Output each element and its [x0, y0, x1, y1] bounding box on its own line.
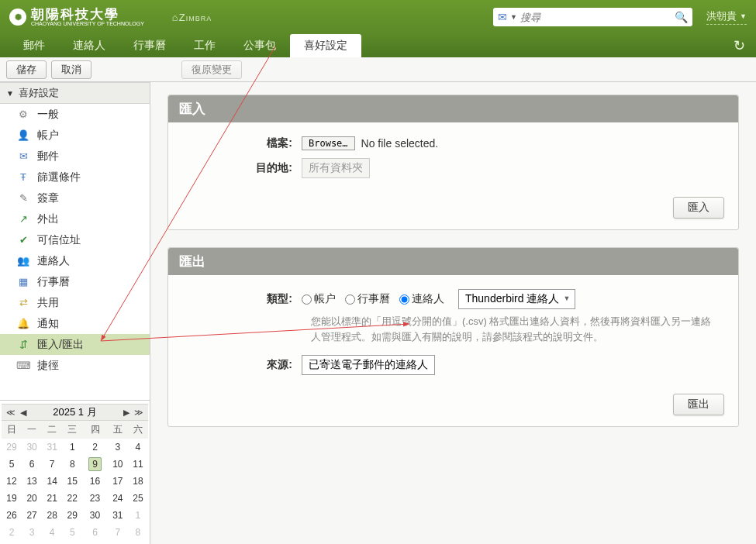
calendar-day[interactable]: 18 [128, 473, 148, 490]
calendar-day[interactable]: 26 [2, 507, 22, 524]
calendar-day[interactable]: 4 [42, 524, 62, 541]
logo-icon: ✺ [9, 9, 26, 26]
calendar-day[interactable]: 11 [128, 456, 148, 473]
calendar-day[interactable]: 31 [42, 439, 62, 456]
calendar-day[interactable]: 7 [108, 524, 128, 541]
calendar-day[interactable]: 29 [62, 507, 82, 524]
calendar-day[interactable]: 31 [108, 507, 128, 524]
cal-prev-year-icon[interactable]: ≪ [6, 408, 16, 418]
sidebar-icon: ⇄ [17, 297, 29, 309]
sidebar-item-1[interactable]: 👤帳户 [0, 125, 150, 146]
file-label: 檔案: [187, 136, 302, 150]
cal-next-year-icon[interactable]: ≫ [134, 408, 143, 418]
calendar-day[interactable]: 14 [42, 473, 62, 490]
mail-filter-icon[interactable]: ✉ [498, 11, 507, 23]
calendar-day[interactable]: 3 [108, 439, 128, 456]
sidebar-item-label: 篩選條件 [37, 170, 81, 184]
dow-header: 日 [2, 421, 22, 439]
sidebar-item-8[interactable]: ▦行事曆 [0, 271, 150, 292]
calendar-day[interactable]: 21 [42, 490, 62, 507]
calendar-day[interactable]: 19 [2, 490, 22, 507]
sidebar-item-11[interactable]: ⇵匯入/匯出 [0, 334, 150, 355]
import-button[interactable]: 匯入 [673, 197, 724, 219]
cancel-button[interactable]: 取消 [51, 60, 91, 79]
calendar-day[interactable]: 5 [62, 524, 82, 541]
calendar-day[interactable]: 7 [42, 456, 62, 473]
export-panel: 匯出 類型: 帳户 行事曆 連絡人 Thunderbird 連絡人 您能以標準的… [167, 247, 739, 427]
calendar-day[interactable]: 20 [22, 490, 42, 507]
sidebar-item-12[interactable]: ⌨捷徑 [0, 355, 150, 376]
calendar-day[interactable]: 8 [128, 524, 148, 541]
calendar-day[interactable]: 15 [62, 473, 82, 490]
tab-tasks[interactable]: 工作 [180, 34, 230, 57]
calendar-day[interactable]: 27 [22, 507, 42, 524]
sidebar-item-0[interactable]: ⚙一般 [0, 104, 150, 125]
sidebar-icon: ⇵ [17, 339, 29, 351]
sidebar-item-3[interactable]: Ŧ篩選條件 [0, 167, 150, 188]
calendar-day[interactable]: 6 [82, 524, 108, 541]
source-value[interactable]: 已寄送電子郵件的連絡人 [302, 355, 435, 375]
calendar-title[interactable]: 2025 1 月 [53, 405, 96, 419]
tab-mail[interactable]: 郵件 [9, 34, 59, 57]
cal-prev-month-icon[interactable]: ◀ [20, 408, 26, 418]
save-button[interactable]: 儲存 [6, 60, 47, 79]
revert-button[interactable]: 復原變更 [181, 60, 242, 79]
radio-calendar[interactable]: 行事曆 [345, 292, 390, 306]
sidebar-icon: ✎ [17, 192, 29, 205]
calendar-day[interactable]: 16 [82, 473, 108, 490]
radio-contacts[interactable]: 連絡人 [399, 292, 444, 306]
filter-caret-icon[interactable]: ▼ [510, 13, 517, 21]
calendar-day[interactable]: 22 [62, 490, 82, 507]
calendar-day[interactable]: 29 [2, 439, 22, 456]
sidebar-item-9[interactable]: ⇄共用 [0, 292, 150, 313]
calendar-day[interactable]: 30 [22, 439, 42, 456]
refresh-icon[interactable]: ↻ [734, 37, 745, 54]
calendar-day[interactable]: 13 [22, 473, 42, 490]
sidebar-item-7[interactable]: 👥連絡人 [0, 250, 150, 271]
sidebar-icon: 👤 [17, 129, 29, 142]
calendar-day[interactable]: 12 [2, 473, 22, 490]
tab-contacts[interactable]: 連絡人 [59, 34, 119, 57]
cal-next-month-icon[interactable]: ▶ [123, 408, 129, 418]
sidebar-icon: 🔔 [17, 318, 29, 330]
search-box[interactable]: ✉ ▼ 🔍 [493, 8, 692, 26]
tab-briefcase[interactable]: 公事包 [230, 34, 290, 57]
calendar-day[interactable]: 2 [82, 439, 108, 456]
calendar-day[interactable]: 1 [62, 439, 82, 456]
sidebar-header[interactable]: ▼ 喜好設定 [0, 82, 150, 104]
calendar-day[interactable]: 4 [128, 439, 148, 456]
user-menu[interactable]: 洪朝貴 ▼ [706, 9, 747, 25]
sidebar-item-4[interactable]: ✎簽章 [0, 188, 150, 208]
calendar-day[interactable]: 17 [108, 473, 128, 490]
browse-button[interactable]: Browse… [302, 136, 355, 150]
product-label: ⌂Zimbra [172, 12, 212, 23]
calendar-day[interactable]: 23 [82, 490, 108, 507]
tab-preferences[interactable]: 喜好設定 [290, 34, 361, 57]
calendar-day[interactable]: 1 [128, 507, 148, 524]
calendar-day[interactable]: 25 [128, 490, 148, 507]
calendar-day[interactable]: 30 [82, 507, 108, 524]
calendar-day[interactable]: 8 [62, 456, 82, 473]
sidebar-item-10[interactable]: 🔔通知 [0, 313, 150, 334]
dow-header: 四 [82, 421, 108, 439]
export-button[interactable]: 匯出 [673, 394, 724, 415]
sidebar-item-6[interactable]: ✔可信位址 [0, 229, 150, 250]
import-panel: 匯入 檔案: Browse… No file selected. 目的地: 所有… [167, 95, 739, 230]
calendar-day[interactable]: 3 [22, 524, 42, 541]
calendar-day[interactable]: 10 [108, 456, 128, 473]
sidebar-icon: ⚙ [17, 108, 29, 121]
format-select[interactable]: Thunderbird 連絡人 [458, 289, 575, 309]
sidebar-item-5[interactable]: ↗外出 [0, 208, 150, 229]
calendar-day[interactable]: 9 [82, 456, 108, 473]
radio-account[interactable]: 帳户 [302, 292, 336, 306]
calendar-day[interactable]: 2 [2, 524, 22, 541]
calendar-day[interactable]: 5 [2, 456, 22, 473]
calendar-day[interactable]: 28 [42, 507, 62, 524]
calendar-day[interactable]: 24 [108, 490, 128, 507]
calendar-day[interactable]: 6 [22, 456, 42, 473]
search-icon[interactable]: 🔍 [675, 11, 688, 23]
sidebar-item-label: 共用 [37, 296, 59, 310]
tab-calendar[interactable]: 行事曆 [119, 34, 180, 57]
sidebar-item-2[interactable]: ✉郵件 [0, 146, 150, 167]
search-input[interactable] [520, 12, 675, 23]
